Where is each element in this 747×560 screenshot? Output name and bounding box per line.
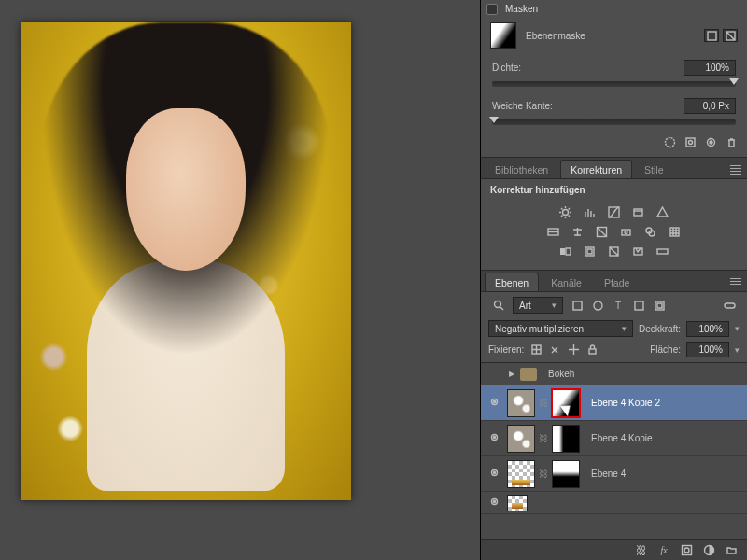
new-group-icon[interactable] (725, 544, 738, 556)
tab-pfade[interactable]: Pfade (594, 273, 640, 291)
fx-icon[interactable]: fx (657, 544, 670, 556)
layer-group-row[interactable]: ▶ Bokeh (481, 363, 747, 385)
adj-brightness[interactable] (557, 203, 575, 220)
adj-color-balance[interactable] (569, 223, 587, 240)
filter-toggle[interactable] (723, 299, 736, 312)
adj-levels[interactable] (581, 203, 599, 220)
adj-lut[interactable] (666, 223, 684, 240)
layer-row[interactable]: ⛓ Ebene 4 Kopie 2 (481, 385, 747, 421)
adj-bw[interactable] (593, 223, 612, 240)
fill-field[interactable]: 100% (686, 342, 729, 357)
canvas-area[interactable] (0, 0, 480, 560)
pixel-mask-button[interactable] (704, 29, 719, 42)
layer-mask-thumbnail[interactable] (552, 425, 580, 453)
svg-point-34 (493, 436, 495, 438)
link-layers-icon[interactable]: ⛓ (635, 544, 648, 556)
chevron-down-icon[interactable]: ▾ (735, 324, 740, 333)
layer-thumbnail[interactable] (507, 460, 535, 488)
selection-from-mask-icon[interactable] (663, 136, 676, 148)
layer-row[interactable]: ⛓ Ebene 4 (481, 456, 747, 492)
svg-point-7 (563, 209, 569, 215)
opacity-field[interactable]: 100% (686, 321, 729, 337)
adj-hue-sat[interactable] (544, 223, 563, 240)
delete-mask-icon[interactable] (725, 136, 738, 148)
adj-vibrance[interactable] (654, 203, 672, 220)
tab-kanaele[interactable]: Kanäle (541, 273, 592, 291)
visibility-icon[interactable] (485, 496, 503, 511)
filter-adjustment-icon[interactable] (591, 299, 604, 312)
layer-list[interactable]: ▶ Bokeh ⛓ Ebene 4 Kopie 2 ⛓ Ebene 4 Kopi… (481, 363, 747, 539)
layer-filter-select[interactable]: Art▾ (513, 297, 563, 314)
layer-thumbnail[interactable] (507, 389, 535, 417)
chevron-down-icon[interactable]: ▾ (735, 345, 740, 355)
lock-transparency-icon[interactable] (529, 343, 543, 357)
adj-photo-filter[interactable] (617, 223, 636, 240)
layer-name[interactable]: Ebene 4 Kopie 2 (591, 398, 660, 408)
adj-posterize[interactable] (581, 243, 599, 259)
filter-shape-icon[interactable] (632, 299, 645, 312)
masks-panel-title: Masken (505, 4, 538, 14)
layer-row[interactable]: ⛓ Ebene 4 Kopie (481, 421, 747, 456)
toggle-mask-icon[interactable] (704, 136, 717, 148)
link-icon[interactable]: ⛓ (539, 398, 548, 408)
document-image[interactable] (21, 22, 351, 500)
link-icon[interactable]: ⛓ (539, 469, 548, 479)
adj-exposure[interactable] (629, 203, 648, 220)
svg-rect-30 (589, 349, 596, 354)
layer-name[interactable]: Ebene 4 Kopie (591, 433, 653, 443)
layer-mask-thumbnail[interactable] (552, 460, 580, 488)
mask-thumbnail[interactable] (490, 22, 516, 49)
lock-all-icon[interactable] (585, 343, 599, 357)
link-icon[interactable]: ⛓ (539, 433, 548, 443)
blend-mode-select[interactable]: Negativ multiplizieren▾ (488, 320, 633, 337)
density-field[interactable]: 100% (684, 60, 736, 76)
layer-thumbnail[interactable] (507, 425, 535, 453)
feather-slider[interactable] (492, 119, 736, 125)
vector-mask-button[interactable] (723, 29, 738, 42)
layer-thumbnail[interactable] (507, 495, 528, 511)
panel-menu-icon[interactable] (730, 278, 741, 287)
layer-mask-thumbnail[interactable] (552, 389, 580, 417)
layer-name[interactable]: Bokeh (548, 369, 574, 379)
new-adjustment-icon[interactable] (702, 544, 715, 556)
layer-row[interactable] (481, 492, 747, 514)
visibility-icon[interactable] (485, 467, 503, 482)
adj-threshold[interactable] (605, 243, 624, 259)
feather-label: Weiche Kante: (492, 101, 576, 111)
adj-channel-mixer[interactable] (641, 223, 660, 240)
tab-korrekturen[interactable]: Korrekturen (560, 160, 632, 178)
lock-position-icon[interactable] (567, 343, 580, 357)
adjustments-tabs: Bibliotheken Korrekturen Stile (481, 158, 747, 179)
apply-mask-icon[interactable] (684, 136, 697, 148)
adj-gradient-map[interactable] (654, 243, 672, 259)
folder-icon (520, 368, 537, 381)
visibility-icon[interactable] (485, 396, 503, 411)
filter-pixel-icon[interactable] (571, 299, 584, 312)
disclosure-triangle-icon[interactable]: ▶ (509, 370, 514, 378)
svg-rect-3 (686, 138, 695, 147)
tab-ebenen[interactable]: Ebenen (485, 273, 539, 291)
mask-mode-icon[interactable] (486, 4, 498, 15)
feather-field[interactable]: 0,0 Px (684, 98, 736, 114)
lock-pixels-icon[interactable] (548, 343, 561, 357)
tab-stile[interactable]: Stile (634, 160, 673, 178)
add-mask-icon[interactable] (680, 544, 693, 556)
filter-smart-icon[interactable] (653, 299, 666, 312)
tab-bibliotheken[interactable]: Bibliotheken (485, 160, 558, 178)
svg-rect-9 (634, 209, 642, 216)
layer-name[interactable]: Ebene 4 (591, 469, 626, 479)
opacity-label: Deckkraft: (639, 324, 681, 334)
adj-invert[interactable] (557, 243, 575, 259)
panel-menu-icon[interactable] (730, 165, 741, 175)
add-adjustment-label: Korrektur hinzufügen (481, 179, 747, 197)
adj-selective-color[interactable] (629, 243, 648, 259)
svg-point-6 (710, 141, 712, 144)
adj-curves[interactable] (605, 203, 624, 220)
filter-type-icon[interactable]: T (612, 299, 625, 312)
svg-rect-18 (566, 248, 571, 255)
filter-search-icon[interactable] (492, 299, 505, 312)
svg-rect-39 (682, 546, 691, 555)
density-slider[interactable] (492, 81, 736, 87)
layers-panel: Ebenen Kanäle Pfade Art▾ T (481, 271, 747, 560)
visibility-icon[interactable] (485, 431, 503, 446)
